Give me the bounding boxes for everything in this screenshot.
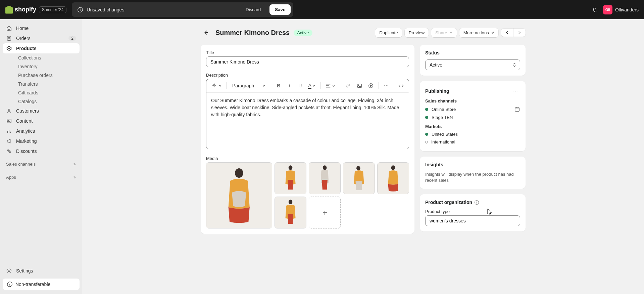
link-button[interactable] (343, 81, 353, 91)
main-content: Summer Kimono Dress Active Duplicate Pre… (82, 19, 644, 294)
product-type-input[interactable] (425, 215, 520, 226)
media-thumbnail[interactable] (275, 162, 306, 194)
description-editor[interactable]: Our Summer Kimono Dress embarks a cascad… (206, 92, 409, 149)
user-menu[interactable]: Oll Ollivanders (603, 5, 639, 14)
sidebar-item-analytics[interactable]: Analytics (3, 126, 80, 136)
user-name: Ollivanders (615, 7, 639, 12)
sidebar-item-transfers[interactable]: Transfers (15, 80, 80, 88)
text-color-button[interactable]: A (306, 81, 317, 91)
more-format-button[interactable]: ⋯ (382, 81, 391, 90)
share-button[interactable]: Share (431, 28, 457, 37)
svg-line-14 (8, 150, 10, 152)
image-icon (356, 83, 362, 89)
chevron-down-icon (218, 84, 222, 87)
sidebar-section-sales-channels[interactable]: Sales channels (3, 159, 80, 169)
more-actions-button[interactable]: More actions (459, 28, 498, 37)
info-icon[interactable] (474, 200, 479, 205)
svg-rect-33 (515, 108, 519, 112)
sparkle-icon (211, 83, 217, 89)
orders-icon (6, 35, 12, 41)
status-dot-icon (425, 116, 428, 119)
channel-row: Online Store (425, 105, 520, 114)
prev-product-button[interactable] (501, 29, 513, 37)
svg-point-27 (323, 165, 327, 170)
markets-label: Markets (425, 124, 520, 129)
sidebar-item-products[interactable]: Products (3, 43, 80, 53)
sidebar-item-marketing[interactable]: Marketing (3, 136, 80, 146)
ai-magic-button[interactable] (209, 81, 224, 91)
media-thumbnail[interactable] (275, 197, 306, 228)
publishing-menu-button[interactable]: ⋯ (511, 86, 520, 96)
product-image-placeholder (216, 166, 262, 225)
sidebar-item-content[interactable]: Content (3, 116, 80, 126)
preview-button[interactable]: Preview (405, 28, 429, 37)
italic-button[interactable]: I (285, 81, 294, 90)
svg-point-25 (235, 168, 243, 178)
sidebar-item-customers[interactable]: Customers (3, 106, 80, 116)
notifications-icon[interactable] (592, 7, 598, 13)
align-button[interactable] (323, 81, 337, 91)
channel-row: Stage TEN (425, 114, 520, 121)
duplicate-button[interactable]: Duplicate (375, 28, 402, 37)
svg-point-26 (289, 165, 293, 170)
non-transferable-notice[interactable]: Non-transferable (3, 279, 80, 290)
status-select[interactable]: Active (425, 59, 520, 70)
product-image-placeholder (280, 199, 301, 227)
bold-button[interactable]: B (274, 81, 283, 90)
shopify-logo[interactable]: shopify (5, 6, 36, 14)
next-product-button[interactable] (513, 29, 526, 37)
chevron-right-icon (73, 163, 76, 166)
info-icon (77, 7, 83, 13)
status-dot-icon (425, 133, 428, 136)
analytics-icon (6, 128, 12, 134)
status-badge: Active (294, 30, 312, 36)
sidebar-item-discounts[interactable]: Discounts (3, 146, 80, 156)
sidebar-section-apps[interactable]: Apps (3, 172, 80, 182)
product-type-label: Product type (425, 209, 520, 214)
calendar-icon[interactable] (514, 106, 520, 112)
sidebar-item-home[interactable]: Home (3, 23, 80, 33)
underline-button[interactable]: U (295, 81, 305, 90)
video-button[interactable] (366, 81, 376, 91)
sidebar: Home Orders 2 Products Collections Inven… (0, 19, 82, 294)
sidebar-item-inventory[interactable]: Inventory (15, 62, 80, 71)
media-thumbnail[interactable] (206, 162, 272, 228)
status-dot-icon (425, 108, 428, 111)
sidebar-item-catalogs[interactable]: Catalogs (15, 97, 80, 106)
media-thumbnail[interactable] (309, 162, 341, 194)
sales-channels-label: Sales channels (425, 98, 520, 103)
back-button[interactable] (201, 27, 211, 38)
title-input[interactable] (206, 56, 409, 67)
editor-toolbar: Paragraph B I U A (206, 79, 409, 92)
media-label: Media (206, 156, 409, 161)
paragraph-style-dropdown[interactable]: Paragraph (230, 81, 268, 90)
brand-text: shopify (15, 6, 36, 13)
arrow-left-icon (203, 30, 209, 36)
products-icon (6, 45, 12, 51)
page-header: Summer Kimono Dress Active Duplicate Pre… (201, 27, 526, 38)
sidebar-item-collections[interactable]: Collections (15, 53, 80, 62)
title-label: Title (206, 50, 409, 55)
customers-icon (6, 108, 12, 114)
market-row: United States (425, 130, 520, 138)
edition-tag[interactable]: Summer '24 (39, 6, 66, 13)
media-thumbnail[interactable] (343, 162, 375, 194)
sidebar-item-orders[interactable]: Orders 2 (3, 33, 80, 43)
link-icon (345, 83, 351, 89)
chevron-down-icon (312, 84, 315, 87)
save-button[interactable]: Save (269, 4, 291, 15)
insights-card: Insights Insights will display when the … (420, 157, 526, 189)
sidebar-item-purchase-orders[interactable]: Purchase orders (15, 71, 80, 80)
code-view-button[interactable] (396, 81, 406, 91)
discard-button[interactable]: Discard (241, 4, 265, 15)
description-label: Description (206, 73, 409, 78)
status-heading: Status (425, 50, 520, 55)
sidebar-item-settings[interactable]: Settings (3, 266, 80, 276)
top-bar: shopify Summer '24 Unsaved changes Disca… (0, 0, 644, 19)
image-button[interactable] (354, 81, 364, 91)
chevron-right-icon (517, 31, 522, 35)
sidebar-item-gift-cards[interactable]: Gift cards (15, 88, 80, 97)
media-thumbnail[interactable] (377, 162, 409, 194)
add-media-button[interactable] (309, 197, 341, 228)
shopify-bag-icon (5, 6, 13, 14)
